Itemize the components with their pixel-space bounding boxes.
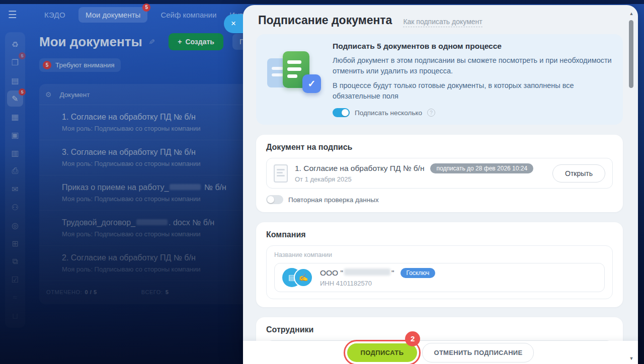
scroll-up-icon[interactable]: ▲: [628, 11, 634, 16]
sign-button[interactable]: ПОДПИСАТЬ 2: [347, 343, 418, 362]
recheck-data-toggle[interactable]: [266, 195, 283, 204]
deadline-badge: подписать до 28 фев 2026 10:24: [430, 163, 533, 173]
signing-modal: × Подписание документа Как подписать док…: [243, 5, 638, 364]
info-paragraph: Любой документ в этом подписании вы смож…: [333, 55, 612, 76]
gosklyuch-badge[interactable]: Госключ: [400, 268, 436, 278]
toggle-label: Повторная проверка данных: [288, 196, 379, 204]
section-title: Сотрудники: [266, 325, 613, 334]
section-title: Документ на подпись: [266, 143, 613, 152]
document-name: 1. Согласие на обработку ПД № б/н: [295, 164, 424, 173]
cancel-signing-button[interactable]: ОТМЕНИТЬ ПОДПИСАНИЕ: [422, 343, 534, 362]
documents-illustration: ✓: [267, 51, 327, 100]
modal-title: Подписание документа: [258, 14, 392, 27]
how-to-sign-link[interactable]: Как подписать документ: [403, 18, 482, 27]
redacted-company-name: [344, 268, 390, 276]
scrollbar-thumb[interactable]: [629, 20, 633, 88]
document-date: От 1 декабря 2025: [295, 175, 533, 183]
company-section: Компания Название компании ▤ ✍ ООО "" Го…: [256, 222, 623, 307]
sign-multiple-toggle[interactable]: [333, 108, 350, 117]
info-title: Подписать 5 документов в одном процессе: [333, 42, 612, 51]
toggle-label: Подписать несколько: [355, 109, 422, 117]
open-button[interactable]: Открыть: [552, 164, 605, 183]
scroll-down-icon[interactable]: ▼: [628, 356, 634, 361]
company-avatar: ▤ ✍: [282, 268, 313, 287]
document-file-icon: [274, 164, 288, 183]
scrollbar[interactable]: ▲ ▼: [628, 10, 634, 362]
section-title: Компания: [266, 230, 613, 239]
company-inn: ИНН 4101182570: [320, 280, 435, 287]
multi-sign-info-panel: ✓ Подписать 5 документов в одном процесс…: [256, 34, 623, 125]
help-icon[interactable]: ?: [427, 109, 435, 117]
document-row[interactable]: 1. Согласие на обработку ПД № б/н подпис…: [266, 158, 613, 189]
company-pen-icon: ✍: [294, 268, 313, 287]
company-field: Название компании ▤ ✍ ООО "" Госключ ИНН…: [266, 245, 613, 299]
document-section: Документ на подпись 1. Согласие на обраб…: [256, 135, 623, 212]
annotation-step-badge: 2: [405, 331, 420, 346]
modal-footer: ПОДПИСАТЬ 2 ОТМЕНИТЬ ПОДПИСАНИЕ: [243, 341, 638, 364]
check-icon: ✓: [302, 74, 321, 93]
company-row[interactable]: ▤ ✍ ООО "" Госключ ИНН 4101182570: [274, 263, 605, 292]
company-name: ООО "": [320, 268, 394, 278]
company-field-label: Название компании: [274, 251, 605, 258]
info-paragraph: В процессе будут только готовые документ…: [333, 80, 612, 101]
close-icon[interactable]: ×: [224, 14, 243, 33]
